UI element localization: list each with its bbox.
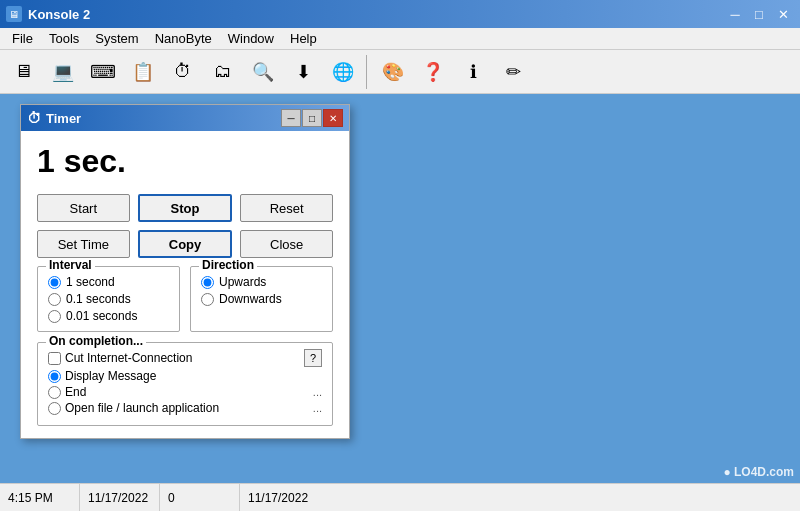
dialog-controls: ─ □ ✕ [281, 109, 343, 127]
interval-label: Interval [46, 258, 95, 272]
dialog-maximize[interactable]: □ [302, 109, 322, 127]
tb-terminal[interactable]: 💻 [44, 53, 82, 91]
tb-clock[interactable]: ⏱ [164, 53, 202, 91]
status-value: 0 [160, 484, 240, 511]
status-time: 4:15 PM [0, 484, 80, 511]
interval-01s[interactable]: 0.1 seconds [48, 292, 169, 306]
direction-downwards-radio[interactable] [201, 293, 214, 306]
stop-button[interactable]: Stop [138, 194, 233, 222]
direction-label: Direction [199, 258, 257, 272]
dialog-body: 1 sec. Start Stop Reset Set Time Copy Cl… [21, 131, 349, 438]
tb-search[interactable]: 🔍 [244, 53, 282, 91]
interval-section: Interval 1 second 0.1 seconds 0.01 se [37, 266, 180, 332]
button-row-2: Set Time Copy Close [37, 230, 333, 258]
close-button[interactable]: ✕ [772, 4, 794, 24]
app-title: Konsole 2 [28, 7, 724, 22]
direction-section: Direction Upwards Downwards [190, 266, 333, 332]
completion-label: On completion... [46, 334, 146, 348]
interval-1s[interactable]: 1 second [48, 275, 169, 289]
minimize-button[interactable]: ─ [724, 4, 746, 24]
interval-001s[interactable]: 0.01 seconds [48, 309, 169, 323]
cut-internet-label: Cut Internet-Connection [65, 351, 192, 365]
direction-upwards[interactable]: Upwards [201, 275, 322, 289]
dialog-close[interactable]: ✕ [323, 109, 343, 127]
direction-upwards-radio[interactable] [201, 276, 214, 289]
completion-row-3: Open file / launch application ... [48, 401, 322, 415]
tb-list[interactable]: 📋 [124, 53, 162, 91]
menu-help[interactable]: Help [282, 29, 325, 48]
direction-radio-group: Upwards Downwards [201, 275, 322, 306]
dialog-title-bar: ⏱ Timer ─ □ ✕ [21, 105, 349, 131]
status-bar: 4:15 PM 11/17/2022 0 11/17/2022 [0, 483, 800, 511]
app-icon: 🖥 [6, 6, 22, 22]
sections-row: Interval 1 second 0.1 seconds 0.01 se [37, 266, 333, 342]
tb-edit[interactable]: ✏ [494, 53, 532, 91]
interval-001s-radio[interactable] [48, 310, 61, 323]
menu-bar: File Tools System NanoByte Window Help [0, 28, 800, 50]
window-controls: ─ □ ✕ [724, 4, 794, 24]
tb-help[interactable]: ❓ [414, 53, 452, 91]
title-bar: 🖥 Konsole 2 ─ □ ✕ [0, 0, 800, 28]
tb-folder[interactable]: 🗂 [204, 53, 242, 91]
status-date1: 11/17/2022 [80, 484, 160, 511]
display-message-label: Display Message [65, 369, 156, 383]
interval-01s-radio[interactable] [48, 293, 61, 306]
end-radio[interactable] [48, 386, 61, 399]
toolbar-separator [366, 55, 370, 89]
display-message-radio[interactable] [48, 370, 61, 383]
menu-window[interactable]: Window [220, 29, 282, 48]
menu-nanobyte[interactable]: NanoByte [147, 29, 220, 48]
menu-file[interactable]: File [4, 29, 41, 48]
interval-radio-group: 1 second 0.1 seconds 0.01 seconds [48, 275, 169, 323]
end-ellipsis[interactable]: ... [313, 386, 322, 398]
watermark: ● LO4D.com [723, 465, 794, 479]
dialog-title-text: Timer [46, 111, 281, 126]
help-qmark-button[interactable]: ? [304, 349, 322, 367]
timer-dialog: ⏱ Timer ─ □ ✕ 1 sec. Start Stop Reset Se… [20, 104, 350, 439]
completion-row-0: Cut Internet-Connection ? [48, 349, 322, 367]
tb-keyboard[interactable]: ⌨ [84, 53, 122, 91]
direction-downwards[interactable]: Downwards [201, 292, 322, 306]
tb-info[interactable]: ℹ [454, 53, 492, 91]
toolbar: 🖥 💻 ⌨ 📋 ⏱ 🗂 🔍 ⬇ 🌐 🎨 ❓ ℹ ✏ [0, 50, 800, 94]
interval-1s-radio[interactable] [48, 276, 61, 289]
tb-globe[interactable]: 🌐 [324, 53, 362, 91]
completion-row-2: End ... [48, 385, 322, 399]
tb-color[interactable]: 🎨 [374, 53, 412, 91]
menu-system[interactable]: System [87, 29, 146, 48]
maximize-button[interactable]: □ [748, 4, 770, 24]
tb-computer[interactable]: 🖥 [4, 53, 42, 91]
timer-display: 1 sec. [37, 143, 333, 180]
close-dialog-button[interactable]: Close [240, 230, 333, 258]
end-label: End [65, 385, 86, 399]
status-date2: 11/17/2022 [240, 484, 320, 511]
set-time-button[interactable]: Set Time [37, 230, 130, 258]
start-button[interactable]: Start [37, 194, 130, 222]
open-file-label: Open file / launch application [65, 401, 219, 415]
completion-section: On completion... Cut Internet-Connection… [37, 342, 333, 426]
open-file-ellipsis[interactable]: ... [313, 402, 322, 414]
cut-internet-checkbox[interactable] [48, 352, 61, 365]
tb-download[interactable]: ⬇ [284, 53, 322, 91]
timer-icon: ⏱ [27, 110, 41, 126]
menu-tools[interactable]: Tools [41, 29, 87, 48]
completion-row-1: Display Message [48, 369, 322, 383]
reset-button[interactable]: Reset [240, 194, 333, 222]
main-area: ⏱ Timer ─ □ ✕ 1 sec. Start Stop Reset Se… [0, 94, 800, 483]
button-row-1: Start Stop Reset [37, 194, 333, 222]
copy-button[interactable]: Copy [138, 230, 233, 258]
dialog-minimize[interactable]: ─ [281, 109, 301, 127]
open-file-radio[interactable] [48, 402, 61, 415]
